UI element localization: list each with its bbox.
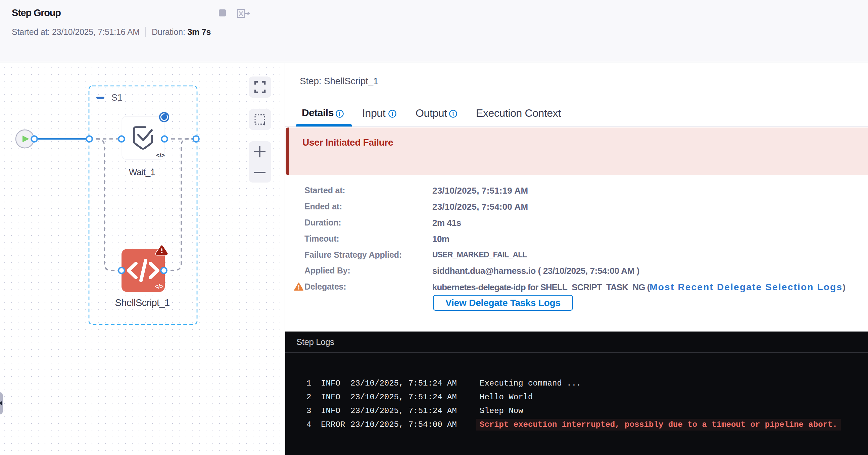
svg-text:</>: </> [155,283,163,290]
svg-text:</>: </> [156,152,165,159]
